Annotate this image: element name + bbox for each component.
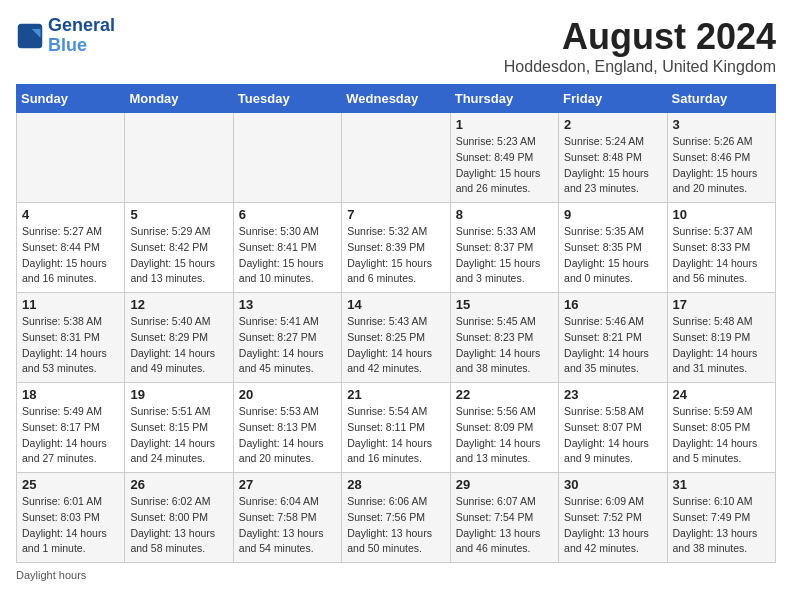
day-cell: 27Sunrise: 6:04 AM Sunset: 7:58 PM Dayli… [233, 473, 341, 563]
logo: General Blue [16, 16, 115, 56]
day-number: 28 [347, 477, 444, 492]
day-number: 1 [456, 117, 553, 132]
day-cell: 7Sunrise: 5:32 AM Sunset: 8:39 PM Daylig… [342, 203, 450, 293]
day-number: 20 [239, 387, 336, 402]
day-number: 4 [22, 207, 119, 222]
day-info: Sunrise: 5:59 AM Sunset: 8:05 PM Dayligh… [673, 404, 770, 467]
day-number: 17 [673, 297, 770, 312]
day-cell: 29Sunrise: 6:07 AM Sunset: 7:54 PM Dayli… [450, 473, 558, 563]
svg-rect-0 [18, 24, 43, 49]
day-cell: 22Sunrise: 5:56 AM Sunset: 8:09 PM Dayli… [450, 383, 558, 473]
logo-text: General Blue [48, 16, 115, 56]
day-number: 10 [673, 207, 770, 222]
day-cell: 24Sunrise: 5:59 AM Sunset: 8:05 PM Dayli… [667, 383, 775, 473]
day-info: Sunrise: 5:49 AM Sunset: 8:17 PM Dayligh… [22, 404, 119, 467]
day-cell: 3Sunrise: 5:26 AM Sunset: 8:46 PM Daylig… [667, 113, 775, 203]
day-info: Sunrise: 5:32 AM Sunset: 8:39 PM Dayligh… [347, 224, 444, 287]
day-number: 25 [22, 477, 119, 492]
day-info: Sunrise: 5:37 AM Sunset: 8:33 PM Dayligh… [673, 224, 770, 287]
week-row-2: 4Sunrise: 5:27 AM Sunset: 8:44 PM Daylig… [17, 203, 776, 293]
day-info: Sunrise: 5:54 AM Sunset: 8:11 PM Dayligh… [347, 404, 444, 467]
day-cell: 25Sunrise: 6:01 AM Sunset: 8:03 PM Dayli… [17, 473, 125, 563]
day-number: 11 [22, 297, 119, 312]
day-info: Sunrise: 6:09 AM Sunset: 7:52 PM Dayligh… [564, 494, 661, 557]
footer: Daylight hours [16, 569, 776, 581]
day-info: Sunrise: 5:26 AM Sunset: 8:46 PM Dayligh… [673, 134, 770, 197]
day-number: 22 [456, 387, 553, 402]
day-cell: 31Sunrise: 6:10 AM Sunset: 7:49 PM Dayli… [667, 473, 775, 563]
day-number: 27 [239, 477, 336, 492]
footer-text: Daylight hours [16, 569, 86, 581]
day-number: 6 [239, 207, 336, 222]
day-number: 29 [456, 477, 553, 492]
day-info: Sunrise: 5:35 AM Sunset: 8:35 PM Dayligh… [564, 224, 661, 287]
day-number: 18 [22, 387, 119, 402]
day-cell: 2Sunrise: 5:24 AM Sunset: 8:48 PM Daylig… [559, 113, 667, 203]
header-monday: Monday [125, 85, 233, 113]
day-cell: 18Sunrise: 5:49 AM Sunset: 8:17 PM Dayli… [17, 383, 125, 473]
day-info: Sunrise: 6:01 AM Sunset: 8:03 PM Dayligh… [22, 494, 119, 557]
calendar-body: 1Sunrise: 5:23 AM Sunset: 8:49 PM Daylig… [17, 113, 776, 563]
day-number: 8 [456, 207, 553, 222]
day-number: 14 [347, 297, 444, 312]
day-cell: 4Sunrise: 5:27 AM Sunset: 8:44 PM Daylig… [17, 203, 125, 293]
day-cell: 8Sunrise: 5:33 AM Sunset: 8:37 PM Daylig… [450, 203, 558, 293]
day-cell: 15Sunrise: 5:45 AM Sunset: 8:23 PM Dayli… [450, 293, 558, 383]
day-cell: 13Sunrise: 5:41 AM Sunset: 8:27 PM Dayli… [233, 293, 341, 383]
day-cell: 6Sunrise: 5:30 AM Sunset: 8:41 PM Daylig… [233, 203, 341, 293]
day-cell: 16Sunrise: 5:46 AM Sunset: 8:21 PM Dayli… [559, 293, 667, 383]
day-info: Sunrise: 5:33 AM Sunset: 8:37 PM Dayligh… [456, 224, 553, 287]
day-number: 13 [239, 297, 336, 312]
header-saturday: Saturday [667, 85, 775, 113]
calendar-table: SundayMondayTuesdayWednesdayThursdayFrid… [16, 84, 776, 563]
header-wednesday: Wednesday [342, 85, 450, 113]
day-number: 12 [130, 297, 227, 312]
day-number: 21 [347, 387, 444, 402]
day-number: 3 [673, 117, 770, 132]
day-cell: 12Sunrise: 5:40 AM Sunset: 8:29 PM Dayli… [125, 293, 233, 383]
day-info: Sunrise: 5:40 AM Sunset: 8:29 PM Dayligh… [130, 314, 227, 377]
week-row-3: 11Sunrise: 5:38 AM Sunset: 8:31 PM Dayli… [17, 293, 776, 383]
day-info: Sunrise: 6:06 AM Sunset: 7:56 PM Dayligh… [347, 494, 444, 557]
day-number: 19 [130, 387, 227, 402]
calendar-header: SundayMondayTuesdayWednesdayThursdayFrid… [17, 85, 776, 113]
logo-line1: General [48, 16, 115, 36]
day-info: Sunrise: 5:45 AM Sunset: 8:23 PM Dayligh… [456, 314, 553, 377]
day-cell: 28Sunrise: 6:06 AM Sunset: 7:56 PM Dayli… [342, 473, 450, 563]
day-number: 30 [564, 477, 661, 492]
day-info: Sunrise: 5:46 AM Sunset: 8:21 PM Dayligh… [564, 314, 661, 377]
logo-icon [16, 22, 44, 50]
day-info: Sunrise: 5:24 AM Sunset: 8:48 PM Dayligh… [564, 134, 661, 197]
day-info: Sunrise: 5:30 AM Sunset: 8:41 PM Dayligh… [239, 224, 336, 287]
day-cell [342, 113, 450, 203]
day-cell: 30Sunrise: 6:09 AM Sunset: 7:52 PM Dayli… [559, 473, 667, 563]
week-row-1: 1Sunrise: 5:23 AM Sunset: 8:49 PM Daylig… [17, 113, 776, 203]
day-number: 5 [130, 207, 227, 222]
day-info: Sunrise: 6:07 AM Sunset: 7:54 PM Dayligh… [456, 494, 553, 557]
day-cell: 20Sunrise: 5:53 AM Sunset: 8:13 PM Dayli… [233, 383, 341, 473]
day-cell: 5Sunrise: 5:29 AM Sunset: 8:42 PM Daylig… [125, 203, 233, 293]
day-number: 9 [564, 207, 661, 222]
day-cell: 26Sunrise: 6:02 AM Sunset: 8:00 PM Dayli… [125, 473, 233, 563]
header-sunday: Sunday [17, 85, 125, 113]
day-cell [17, 113, 125, 203]
day-cell [233, 113, 341, 203]
day-info: Sunrise: 5:38 AM Sunset: 8:31 PM Dayligh… [22, 314, 119, 377]
header-friday: Friday [559, 85, 667, 113]
day-number: 31 [673, 477, 770, 492]
day-info: Sunrise: 5:51 AM Sunset: 8:15 PM Dayligh… [130, 404, 227, 467]
day-info: Sunrise: 6:10 AM Sunset: 7:49 PM Dayligh… [673, 494, 770, 557]
day-number: 16 [564, 297, 661, 312]
day-number: 23 [564, 387, 661, 402]
main-title: August 2024 [504, 16, 776, 58]
day-cell: 10Sunrise: 5:37 AM Sunset: 8:33 PM Dayli… [667, 203, 775, 293]
day-info: Sunrise: 5:23 AM Sunset: 8:49 PM Dayligh… [456, 134, 553, 197]
header-tuesday: Tuesday [233, 85, 341, 113]
header-thursday: Thursday [450, 85, 558, 113]
day-info: Sunrise: 5:43 AM Sunset: 8:25 PM Dayligh… [347, 314, 444, 377]
title-block: August 2024 Hoddesdon, England, United K… [504, 16, 776, 76]
day-info: Sunrise: 5:29 AM Sunset: 8:42 PM Dayligh… [130, 224, 227, 287]
day-cell: 23Sunrise: 5:58 AM Sunset: 8:07 PM Dayli… [559, 383, 667, 473]
week-row-5: 25Sunrise: 6:01 AM Sunset: 8:03 PM Dayli… [17, 473, 776, 563]
day-info: Sunrise: 5:27 AM Sunset: 8:44 PM Dayligh… [22, 224, 119, 287]
